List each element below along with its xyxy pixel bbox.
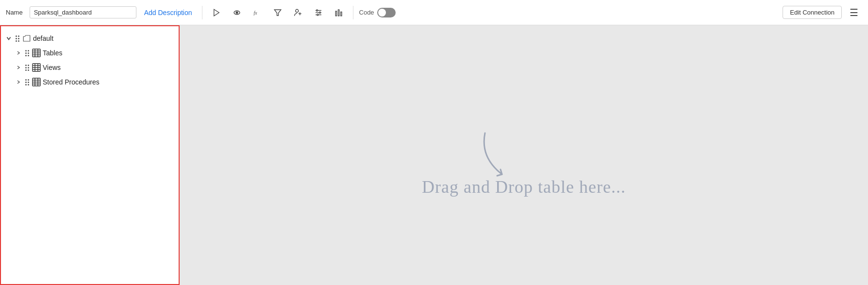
- svg-point-11: [316, 10, 317, 11]
- drop-hint-text: Drag and Drop table here...: [422, 177, 626, 197]
- play-icon: [212, 8, 221, 17]
- svg-point-12: [319, 12, 320, 13]
- svg-rect-14: [335, 11, 336, 16]
- drag-handle-tables[interactable]: [24, 49, 31, 57]
- table-icon-tables: [32, 49, 41, 57]
- sliders-icon: [314, 8, 323, 17]
- share-button[interactable]: [290, 6, 306, 19]
- svg-text:fx: fx: [253, 10, 257, 15]
- sidebar-item-tables[interactable]: Tables: [1, 46, 179, 60]
- function-button[interactable]: fx: [249, 6, 266, 19]
- drag-arrow-icon: [475, 128, 534, 182]
- settings-button[interactable]: [310, 6, 327, 19]
- person-add-icon: [294, 8, 302, 17]
- sidebar-label-sp: Stored Procedures: [43, 78, 100, 86]
- drag-handle-views[interactable]: [24, 64, 31, 71]
- columns-button[interactable]: [331, 6, 347, 19]
- sidebar-item-views[interactable]: Views: [1, 60, 179, 75]
- edit-connection-button[interactable]: Edit Connection: [783, 6, 842, 19]
- sidebar-label-views: Views: [43, 64, 61, 71]
- svg-rect-15: [338, 10, 339, 16]
- sidebar-item-default[interactable]: default: [1, 31, 179, 46]
- chevron-down-icon: [5, 34, 13, 42]
- sidebar-item-stored-procedures[interactable]: Stored Procedures: [1, 75, 179, 89]
- folder-icon: [22, 34, 31, 43]
- table-icon-views: [32, 63, 41, 72]
- chevron-right-icon-tables: [15, 49, 22, 57]
- filter-button[interactable]: [269, 6, 286, 19]
- hamburger-menu-button[interactable]: ☰: [846, 4, 862, 21]
- sidebar-label-default: default: [33, 34, 53, 42]
- main-layout: default Tables: [0, 25, 868, 285]
- divider-1: [202, 6, 202, 19]
- name-label: Name: [6, 9, 23, 16]
- toggle-knob: [378, 9, 386, 17]
- sidebar-label-tables: Tables: [43, 49, 62, 57]
- toolbar: Name Add Description fx: [0, 0, 868, 25]
- drag-handle-default[interactable]: [14, 34, 21, 42]
- svg-point-5: [295, 9, 298, 12]
- svg-point-13: [317, 14, 318, 16]
- drag-handle-sp[interactable]: [24, 78, 31, 86]
- code-label: Code: [359, 9, 374, 16]
- sidebar: default Tables: [0, 25, 180, 285]
- preview-button[interactable]: [229, 6, 245, 19]
- columns-icon: [334, 8, 343, 17]
- code-toggle-group: Code: [359, 8, 396, 17]
- fx-icon: fx: [253, 8, 262, 17]
- dashboard-name-input[interactable]: [30, 6, 136, 18]
- filter-icon: [273, 8, 282, 17]
- add-description-button[interactable]: Add Description: [140, 7, 196, 18]
- table-icon-sp: [32, 78, 41, 86]
- svg-rect-16: [340, 12, 341, 16]
- chevron-right-icon-sp: [15, 78, 22, 86]
- chevron-right-icon-views: [15, 64, 22, 71]
- svg-point-2: [236, 12, 238, 14]
- svg-marker-4: [274, 10, 281, 16]
- drop-area-content: Drag and Drop table here...: [422, 128, 626, 197]
- run-button[interactable]: [208, 6, 225, 19]
- divider-2: [353, 6, 353, 19]
- code-toggle[interactable]: [377, 8, 396, 17]
- eye-icon: [233, 8, 241, 17]
- drop-area[interactable]: Drag and Drop table here...: [180, 25, 868, 285]
- hamburger-icon: ☰: [850, 7, 858, 18]
- svg-marker-0: [214, 9, 219, 16]
